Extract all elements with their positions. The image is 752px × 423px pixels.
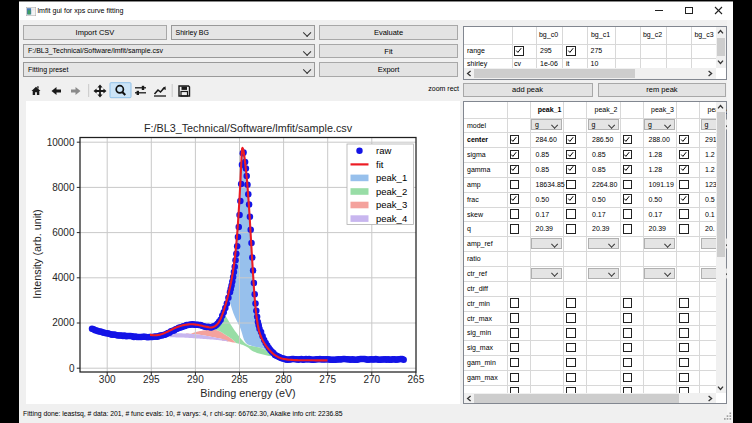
svg-text:290: 290 xyxy=(187,373,204,384)
svg-text:raw: raw xyxy=(376,145,391,156)
svg-text:peak_4: peak_4 xyxy=(376,212,407,223)
svg-text:0: 0 xyxy=(69,362,75,373)
svg-text:300: 300 xyxy=(99,373,116,384)
svg-text:270: 270 xyxy=(363,373,380,384)
svg-text:peak_3: peak_3 xyxy=(376,199,407,210)
svg-text:275: 275 xyxy=(319,373,336,384)
svg-text:8000: 8000 xyxy=(52,181,75,192)
svg-text:peak_1: peak_1 xyxy=(376,172,407,183)
svg-text:2000: 2000 xyxy=(52,317,75,328)
svg-text:6000: 6000 xyxy=(52,227,75,238)
svg-text:265: 265 xyxy=(408,373,425,384)
svg-text:F:/BL3_Technical/Software/lmfi: F:/BL3_Technical/Software/lmfit/sample.c… xyxy=(144,122,353,134)
svg-text:Intensity (arb. unit): Intensity (arb. unit) xyxy=(31,209,43,298)
svg-text:Binding energy (eV): Binding energy (eV) xyxy=(200,386,295,398)
svg-text:4000: 4000 xyxy=(52,272,75,283)
svg-text:285: 285 xyxy=(231,373,248,384)
svg-text:peak_2: peak_2 xyxy=(376,185,407,196)
svg-text:10000: 10000 xyxy=(47,136,75,147)
svg-text:280: 280 xyxy=(275,373,292,384)
svg-text:fit: fit xyxy=(376,158,384,169)
svg-text:295: 295 xyxy=(143,373,160,384)
